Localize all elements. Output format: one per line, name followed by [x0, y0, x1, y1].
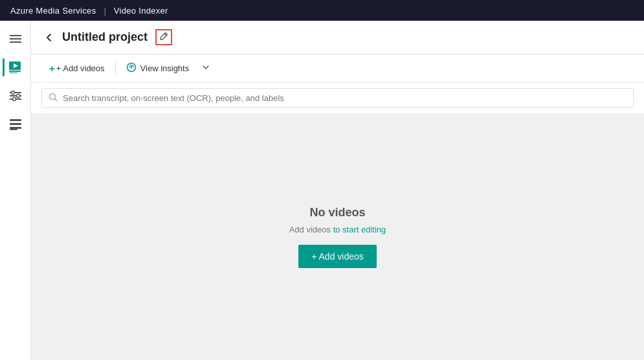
add-videos-empty-button[interactable]: + Add videos [298, 245, 377, 268]
top-nav: Azure Media Services | Video Indexer [0, 0, 644, 21]
settings-icon [10, 90, 21, 102]
add-videos-empty-label: + Add videos [311, 251, 364, 262]
search-input[interactable] [63, 93, 627, 103]
edit-project-button[interactable] [155, 29, 172, 45]
sidebar-item-video[interactable] [3, 54, 28, 80]
svg-rect-17 [10, 129, 17, 130]
edit-icon [159, 32, 168, 43]
svg-rect-15 [10, 123, 21, 125]
toolbar-divider [115, 62, 116, 75]
svg-rect-16 [10, 127, 21, 129]
add-videos-toolbar-button[interactable]: + + Add videos [41, 58, 113, 79]
plus-icon: + [49, 63, 55, 74]
view-insights-button[interactable]: View insights [118, 57, 197, 80]
search-row [31, 83, 644, 114]
no-videos-title: No videos [309, 206, 365, 219]
back-button[interactable] [41, 30, 57, 45]
svg-rect-6 [9, 71, 21, 72]
no-videos-subtitle: Add videos to start editing [289, 225, 386, 234]
back-icon [44, 32, 54, 43]
header-row: Untitled project [31, 21, 644, 54]
svg-rect-7 [9, 73, 17, 73]
svg-point-9 [11, 91, 14, 95]
sidebar-item-settings[interactable] [3, 83, 28, 109]
video-library-icon [9, 62, 22, 73]
sidebar-item-menu[interactable] [3, 26, 28, 52]
svg-rect-0 [10, 35, 21, 36]
svg-point-13 [12, 98, 16, 101]
main-layout: Untitled project + + Add videos [0, 21, 644, 360]
insights-icon [126, 62, 137, 74]
sidebar-item-projects[interactable] [3, 111, 28, 137]
svg-rect-2 [10, 41, 21, 43]
svg-rect-1 [10, 38, 21, 39]
content-area: Untitled project + + Add videos [31, 21, 644, 360]
service-name: Azure Media Services [10, 6, 96, 16]
start-editing-link[interactable]: to start editing [333, 225, 386, 234]
add-videos-label: + Add videos [56, 63, 105, 73]
sidebar [0, 21, 31, 360]
nav-divider: | [104, 6, 105, 16]
svg-rect-14 [10, 119, 21, 121]
product-name: Video Indexer [114, 6, 168, 16]
empty-state-area: No videos Add videos to start editing + … [31, 114, 644, 360]
menu-icon [10, 33, 21, 45]
search-wrapper [41, 88, 634, 108]
insights-dropdown-button[interactable] [197, 58, 215, 78]
projects-icon [10, 118, 21, 130]
svg-point-19 [130, 67, 132, 69]
toolbar-row: + + Add videos View insights [31, 54, 644, 83]
view-insights-label: View insights [140, 63, 190, 73]
svg-line-21 [55, 99, 58, 102]
search-icon [49, 93, 58, 104]
project-title: Untitled project [62, 30, 148, 44]
svg-point-11 [16, 95, 19, 98]
chevron-down-icon [202, 63, 210, 71]
